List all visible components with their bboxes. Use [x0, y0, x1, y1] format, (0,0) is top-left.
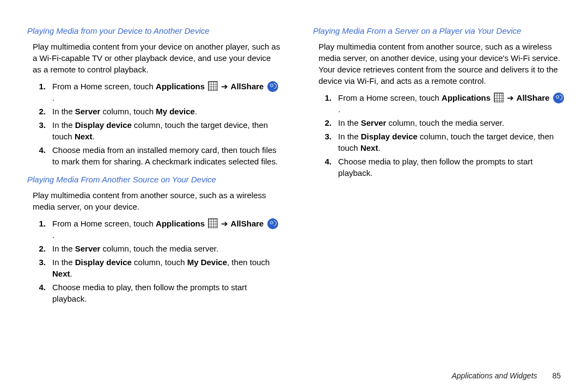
step-body: In the Server column, touch the media se… [338, 117, 566, 128]
applications-icon [494, 93, 504, 102]
step-item: 2. In the Server column, touch My device… [27, 106, 280, 117]
step-item: 1. From a Home screen, touch Application… [27, 81, 280, 103]
step-number: 2. [313, 117, 338, 128]
step-item: 2. In the Server column, touch the media… [27, 243, 280, 254]
allshare-icon [267, 81, 278, 92]
step-item: 3. In the Display device column, touch t… [313, 131, 566, 154]
left-column: Playing Media from your Device to Anothe… [27, 22, 280, 370]
step-body: From a Home screen, touch Applications ➔… [338, 92, 566, 115]
step-body: From a Home screen, touch Applications ➔… [52, 218, 280, 241]
step-item: 1. From a Home screen, touch Application… [313, 92, 566, 115]
allshare-icon [553, 93, 564, 103]
step-body: Choose media from an installed memory ca… [52, 144, 280, 167]
step-item: 4. Choose media from an installed memory… [27, 144, 280, 167]
step-item: 1. From a Home screen, touch Application… [27, 218, 280, 241]
page-footer: Applications and Widgets 85 [451, 371, 561, 380]
step-item: 2. In the Server column, touch the media… [313, 117, 566, 128]
step-item: 4. Choose media to play, then follow the… [27, 281, 280, 304]
step-number: 3. [27, 256, 52, 268]
steps-list: 1. From a Home screen, touch Application… [27, 81, 280, 167]
step-body: In the Display device column, touch the … [338, 131, 566, 154]
intro-paragraph: Play multimedia content from your device… [27, 41, 280, 75]
step-number: 3. [313, 131, 338, 142]
step-number: 4. [27, 281, 52, 293]
step-number: 4. [313, 156, 338, 167]
page-content: Playing Media from your Device to Anothe… [0, 0, 588, 381]
intro-paragraph: Play multimedia content from another sou… [27, 189, 280, 212]
step-number: 4. [27, 144, 52, 156]
step-number: 3. [27, 119, 52, 131]
step-item: 3. In the Display device column, touch M… [27, 256, 280, 279]
step-number: 1. [313, 92, 338, 103]
right-column: Playing Media From a Server on a Player … [313, 22, 566, 370]
step-body: Choose media to play, then follow the pr… [338, 156, 566, 179]
step-number: 1. [27, 81, 52, 92]
step-item: 3. In the Display device column, touch t… [27, 119, 280, 142]
step-body: In the Server column, touch My device. [52, 106, 280, 117]
step-number: 2. [27, 106, 52, 117]
applications-icon [208, 218, 218, 228]
step-body: From a Home screen, touch Applications ➔… [52, 81, 280, 103]
steps-list: 1. From a Home screen, touch Application… [27, 218, 280, 304]
chapter-name: Applications and Widgets [451, 371, 537, 380]
section-heading: Playing Media From Another Source on You… [27, 174, 280, 185]
section-heading: Playing Media From a Server on a Player … [313, 25, 566, 36]
section-heading: Playing Media from your Device to Anothe… [27, 25, 280, 36]
step-number: 1. [27, 218, 52, 229]
applications-icon [208, 81, 218, 91]
intro-paragraph: Play multimedia content from another sou… [313, 41, 566, 87]
step-body: In the Server column, touch the media se… [52, 243, 280, 254]
step-item: 4. Choose media to play, then follow the… [313, 156, 566, 179]
allshare-icon [267, 218, 278, 229]
step-body: Choose media to play, then follow the pr… [52, 281, 280, 304]
steps-list: 1. From a Home screen, touch Application… [313, 92, 566, 179]
step-body: In the Display device column, touch My D… [52, 256, 280, 279]
step-body: In the Display device column, touch the … [52, 119, 280, 142]
page-number: 85 [552, 371, 561, 380]
step-number: 2. [27, 243, 52, 254]
